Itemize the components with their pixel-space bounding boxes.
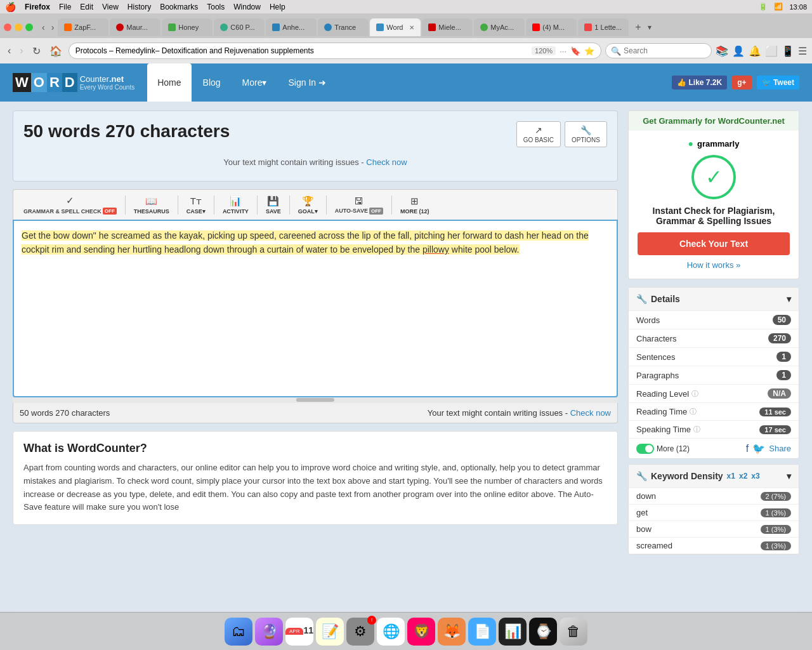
gplus-btn[interactable]: g+	[732, 76, 751, 90]
menubar-bookmarks[interactable]: Bookmarks	[160, 3, 198, 11]
details-collapse-icon[interactable]: ▾	[787, 294, 791, 304]
toggle-switch-icon[interactable]	[636, 444, 654, 454]
tab-anhe[interactable]: Anhe...	[266, 18, 317, 36]
tab-miele[interactable]: Miele...	[422, 18, 473, 36]
tweet-btn[interactable]: 🐦 Tweet	[757, 76, 799, 90]
tab-c60[interactable]: C60 P...	[214, 18, 265, 36]
menubar-help[interactable]: Help	[270, 3, 285, 11]
fullscreen-window-btn[interactable]	[25, 23, 33, 31]
how-it-works-link[interactable]: How it works »	[638, 260, 790, 270]
menubar-window[interactable]: Window	[233, 3, 261, 11]
private-browsing-icon[interactable]: 👤	[732, 45, 745, 57]
reading-level-info-icon[interactable]: ⓘ	[691, 389, 698, 399]
tab-honey[interactable]: Honey	[162, 18, 213, 36]
menubar-history[interactable]: History	[128, 3, 151, 11]
scrollbar-area[interactable]	[13, 398, 618, 403]
go-basic-btn[interactable]: ↗ GO BASIC	[516, 121, 561, 147]
tab-letter[interactable]: 1 Lette...	[578, 18, 629, 36]
tab-youtube[interactable]: (4) M...	[526, 18, 577, 36]
menubar-firefox[interactable]: Firefox	[25, 3, 50, 11]
pocket-icon[interactable]: 📱	[782, 45, 794, 57]
home-btn[interactable]: 🏠	[47, 44, 65, 58]
close-window-btn[interactable]	[4, 23, 11, 31]
dock-trash[interactable]: 🗑	[560, 618, 587, 646]
site-logo[interactable]: W O R D Counter.net Every Word Counts	[13, 73, 134, 92]
autosave-btn[interactable]: 🖫 AUTO-SAVE OFF	[330, 193, 388, 217]
facebook-share-icon[interactable]: f	[746, 443, 749, 454]
nav-blog[interactable]: Blog	[193, 63, 231, 102]
address-bar-container[interactable]: 120% ··· 🔖 ⭐	[69, 43, 601, 59]
keyword-x2-btn[interactable]: x2	[739, 472, 747, 481]
menubar-tools[interactable]: Tools	[207, 3, 225, 11]
refresh-btn[interactable]: ↻	[30, 44, 43, 58]
clock: 13:08	[789, 3, 807, 11]
facebook-like-btn[interactable]: 👍 Like 7.2K	[672, 76, 727, 90]
new-tab-btn[interactable]: +	[632, 20, 643, 34]
back-nav-btn[interactable]: ‹	[5, 44, 13, 58]
tab-close-btn[interactable]: ✕	[409, 24, 414, 31]
bookmark-btn[interactable]: 🔖	[570, 46, 580, 56]
save-btn[interactable]: 💾 SAVE	[261, 193, 286, 217]
forward-nav-btn[interactable]: ›	[17, 44, 25, 58]
keyword-x3-btn[interactable]: x3	[751, 472, 759, 481]
tab-zapf[interactable]: ZapF...	[58, 18, 108, 36]
screenshots-icon[interactable]: ⬜	[765, 45, 778, 57]
check-now-link[interactable]: Check now	[366, 157, 407, 167]
keyword-x1-btn[interactable]: x1	[727, 472, 735, 481]
dock-pages[interactable]: 📄	[468, 618, 496, 646]
dock-siri[interactable]: 🔮	[255, 618, 283, 646]
editor-highlighted-text: Get the bow down" he screamed as the kay…	[22, 230, 589, 255]
nav-signin[interactable]: Sign In ➜	[278, 63, 336, 102]
horizontal-scrollbar[interactable]	[296, 398, 334, 402]
details-panel-header[interactable]: 🔧 Details ▾	[629, 288, 799, 311]
tab-myac[interactable]: MyAc...	[474, 18, 525, 36]
forward-button[interactable]: ›	[49, 21, 57, 34]
reading-time-info-icon[interactable]: ⓘ	[690, 407, 697, 416]
menubar-edit[interactable]: Edit	[80, 3, 93, 11]
minimize-window-btn[interactable]	[15, 23, 22, 31]
check-text-btn[interactable]: Check Your Text	[638, 232, 790, 255]
star-btn[interactable]: ⭐	[584, 46, 594, 56]
dock-klack[interactable]: ⌚	[529, 618, 557, 646]
share-label[interactable]: Share	[769, 444, 791, 453]
activity-btn[interactable]: 📊 ACTIVITY	[218, 193, 254, 217]
back-button[interactable]: ‹	[39, 21, 48, 34]
footer-check-now-link[interactable]: Check now	[570, 408, 611, 418]
tab-word-active[interactable]: Word ✕	[370, 18, 421, 36]
options-btn[interactable]: 🔧 OPTIONS	[565, 121, 607, 147]
address-bar-input[interactable]	[75, 46, 528, 55]
dots-menu-btn[interactable]: ···	[560, 46, 566, 56]
search-input[interactable]	[624, 46, 706, 55]
tab-list-btn[interactable]: ▾	[645, 22, 654, 33]
dock-settings[interactable]: ⚙ !	[346, 618, 374, 646]
dock-activity-monitor[interactable]: 📊	[499, 618, 527, 646]
dock-brave[interactable]: 🦁	[407, 618, 435, 646]
bookmarks-icon[interactable]: 📚	[716, 45, 728, 57]
case-btn[interactable]: Tᴛ CASE▾	[181, 193, 211, 217]
firefox-menu-btn[interactable]: ☰	[798, 45, 807, 57]
speaking-time-info-icon[interactable]: ⓘ	[693, 425, 700, 434]
keyword-density-header[interactable]: 🔧 Keyword Density x1 x2 x3 ▾	[629, 465, 799, 488]
more-toggle[interactable]: More (12)	[636, 444, 690, 454]
twitter-share-icon[interactable]: 🐦	[752, 442, 765, 454]
nav-more[interactable]: More▾	[232, 63, 277, 102]
nav-home[interactable]: Home	[147, 63, 191, 102]
dock-notes[interactable]: 📝	[316, 618, 344, 646]
keyword-row-bow: bow 1 (3%)	[629, 521, 799, 538]
menubar-file[interactable]: File	[59, 3, 71, 11]
grammar-spell-check-btn[interactable]: ✓ GRAMMAR & SPELL CHECK OFF	[18, 192, 122, 217]
thesaurus-btn[interactable]: 📖 THESAURUS	[129, 193, 174, 217]
dock-calendar[interactable]: APR 11	[285, 618, 313, 646]
keyword-collapse-icon[interactable]: ▾	[787, 471, 791, 481]
tab-trance[interactable]: Trance	[318, 18, 369, 36]
dock-chrome[interactable]: 🌐	[377, 618, 405, 646]
goal-btn[interactable]: 🏆 GOAL▾	[293, 193, 323, 217]
more-btn[interactable]: ⊞ MORE (12)	[395, 193, 435, 217]
editor-area[interactable]: Get the bow down" he screamed as the kay…	[13, 220, 618, 397]
apple-menu[interactable]: 🍎	[5, 2, 16, 12]
dock-finder[interactable]: 🗂	[225, 618, 252, 646]
tab-maur[interactable]: Maur...	[110, 18, 160, 36]
dock-firefox[interactable]: 🦊	[438, 618, 466, 646]
notifications-icon[interactable]: 🔔	[749, 45, 761, 57]
menubar-view[interactable]: View	[102, 3, 119, 11]
